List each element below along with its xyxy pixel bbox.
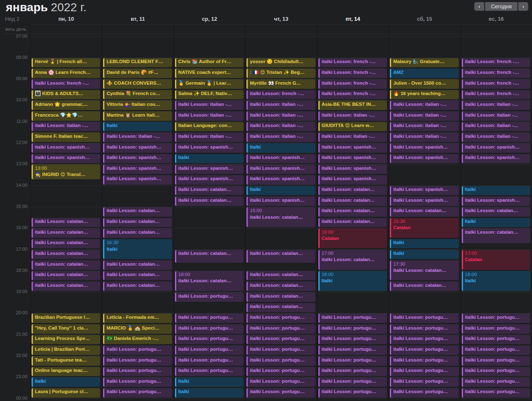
calendar-event[interactable]: italki Lesson: portugu… [318, 388, 387, 398]
calendar-event[interactable]: italki Lesson: spanish… [390, 154, 458, 164]
calendar-event[interactable]: italki Lesson: catalan… [318, 218, 387, 227]
calendar-event[interactable]: Vittoria 💁‍♀️ Italian cou… [103, 100, 172, 110]
calendar-event[interactable]: italki Lesson: portugu… [103, 345, 172, 355]
calendar-event[interactable]: italki Lesson: catalan… [318, 186, 387, 196]
calendar-event[interactable]: italki Lesson: spanish… [390, 143, 458, 153]
calendar-event[interactable]: David de Paris 🥐 #F… [103, 68, 172, 78]
calendar-event[interactable]: italki Lesson: portugu… [390, 367, 458, 377]
calendar-event[interactable]: 🔥 16 years teaching… [390, 90, 458, 100]
calendar-event[interactable]: italki Lesson: catalan… [175, 250, 244, 263]
calendar-event[interactable]: italki Lesson: spanish… [246, 196, 315, 206]
calendar-event[interactable]: italki Lesson: portugu… [390, 345, 458, 355]
calendar-event[interactable]: italki Lesson: portugu… [318, 356, 387, 366]
calendar-event[interactable]: Hervé 🎖️ | French all… [32, 58, 100, 68]
calendar-event[interactable]: LEBLOND CLEMENT F… [103, 58, 172, 68]
calendar-event[interactable]: italki Lesson: french -… [318, 79, 387, 89]
calendar-event[interactable]: italki Lesson: italian -… [462, 132, 530, 142]
calendar-event[interactable]: italki Lesson: spanish… [318, 164, 387, 174]
calendar-event[interactable]: italki Lesson: french -… [318, 90, 387, 100]
calendar-event[interactable]: italki Lesson: italian -… [462, 111, 530, 121]
calendar-event[interactable]: Italki [462, 218, 530, 227]
calendar-event[interactable]: Italki [390, 239, 458, 249]
calendar-event[interactable]: italki Lesson: portugu… [390, 377, 458, 387]
calendar-event[interactable]: italki Lesson: portugu… [175, 367, 244, 377]
calendar-event[interactable]: italki Lesson: portugu… [246, 335, 315, 345]
calendar-event[interactable]: italki Lesson: french -… [318, 58, 387, 68]
calendar-event[interactable]: italki Lesson: catalan… [246, 271, 315, 281]
calendar-event[interactable]: Italki [390, 250, 458, 259]
calendar-event[interactable]: italki Lesson: italian -… [246, 132, 315, 142]
calendar-event[interactable]: italki Lesson: portugu… [246, 388, 315, 398]
calendar-event[interactable]: italki Lesson: portugu… [318, 367, 387, 377]
calendar-event[interactable]: italki Lesson: portugu… [462, 377, 530, 387]
calendar-event[interactable]: italki Lesson: portugu… [462, 367, 530, 377]
calendar-event[interactable]: ⚜️ COACH CONVERS… [103, 79, 172, 89]
calendar-event[interactable]: italki Lesson: catalan… [175, 186, 244, 196]
calendar-event[interactable]: italki Lesson: catalan… [246, 250, 315, 263]
calendar-event[interactable]: italki Lesson: portugu… [246, 324, 315, 334]
day-header[interactable]: вс, 16 [488, 16, 504, 22]
calendar-event[interactable]: italki Lesson: italian -… [246, 100, 315, 110]
day-header[interactable]: ср, 12 [202, 16, 217, 22]
calendar-event[interactable]: Simone F. Italian teac… [32, 132, 100, 142]
calendar-event[interactable]: italki Lesson: spanish… [32, 143, 100, 153]
calendar-event[interactable]: italki Lesson: french -… [462, 79, 530, 89]
calendar-event[interactable]: NATIVE coach expert… [175, 68, 244, 78]
calendar-event[interactable]: italki Lesson: spanish… [246, 175, 315, 185]
calendar-event[interactable]: italki Lesson: portugu… [246, 356, 315, 366]
calendar-event[interactable]: italki Lesson: spanish… [318, 143, 387, 153]
calendar-event[interactable]: Italki [462, 186, 530, 196]
calendar-event[interactable]: italki Lesson: catalan… [462, 228, 530, 243]
calendar-event[interactable]: yosser 🙂 Child/adult… [246, 58, 315, 68]
calendar-event[interactable]: italki Lesson: catalan… [32, 281, 100, 291]
calendar-event[interactable]: italki Lesson: catalan… [390, 207, 458, 217]
calendar-event[interactable]: 🇧🇷 Daniela Emerich -… [103, 335, 172, 345]
calendar-event[interactable]: Italki [175, 377, 244, 387]
calendar-event[interactable]: italki Lesson: catalan… [462, 207, 530, 217]
calendar-event[interactable]: italki Lesson: catalan… [103, 207, 172, 217]
calendar-event[interactable]: italki Lesson: catalan… [318, 196, 387, 206]
calendar-event[interactable]: italki Lesson: spanish… [175, 164, 244, 174]
prev-week-button[interactable]: ‹ [474, 2, 484, 11]
calendar-event[interactable]: Italki [246, 186, 315, 196]
calendar-event[interactable]: MARCIO 🥇 🏫 Speci… [103, 324, 172, 334]
calendar-event[interactable]: italki Lesson: portugu… [103, 377, 172, 387]
calendar-event[interactable]: italki Lesson: french -… [246, 90, 315, 100]
calendar-event[interactable]: GIUDITTA 😊 Learn w… [318, 122, 387, 132]
calendar-event[interactable]: italki Lesson: italian -… [390, 132, 458, 142]
calendar-event[interactable]: italki Lesson: italian -… [175, 132, 244, 142]
calendar-event[interactable]: italki Lesson: portugu… [318, 345, 387, 355]
calendar-event[interactable]: : 🇫🇷 😊 Tristan ✨ Beg… [246, 68, 315, 78]
calendar-event[interactable]: italki Lesson: portugu… [318, 335, 387, 345]
calendar-event[interactable]: italki Lesson: catalan… [32, 250, 100, 259]
calendar-event[interactable]: italki Lesson: portugu… [462, 388, 530, 398]
calendar-event[interactable]: AMZ [390, 68, 458, 78]
day-header[interactable]: чт, 13 [274, 16, 288, 22]
calendar-event[interactable]: 13:00🧙 INGRID 😊 Transl… [32, 164, 100, 179]
calendar-event[interactable]: Online language teac… [32, 367, 100, 377]
calendar-event[interactable]: Italki [175, 154, 244, 164]
calendar-event[interactable]: Chris 📚 Author of Fr… [175, 58, 244, 68]
calendar-event[interactable]: italki Lesson: french -… [462, 68, 530, 78]
calendar-event[interactable]: italki Lesson: french -… [318, 68, 387, 78]
calendar-event[interactable]: Italki [246, 143, 315, 153]
calendar-event[interactable]: 17:00Catalan [462, 250, 530, 270]
calendar-event[interactable]: italki Lesson: portugu… [462, 335, 530, 345]
calendar-event[interactable]: 15:00italki Lesson: catalan… [246, 207, 315, 227]
calendar-event[interactable]: italki Lesson: spanish… [390, 196, 458, 206]
calendar-event[interactable]: italki Lesson: portugu… [390, 356, 458, 366]
calendar-event[interactable]: 15:30Catalan [390, 218, 458, 238]
calendar-event[interactable]: italki Lesson: portugu… [318, 313, 387, 323]
day-header[interactable]: вт, 11 [131, 16, 145, 22]
calendar-event[interactable]: Julien - Over 1500 co… [390, 79, 458, 89]
calendar-event[interactable]: 16:30Italki [103, 239, 172, 259]
calendar-event[interactable]: italki Lesson: portugu… [246, 345, 315, 355]
calendar-event[interactable]: italki Lesson: catalan… [390, 281, 458, 291]
calendar-event[interactable]: Laura | Portuguese cl… [32, 388, 100, 398]
calendar-event[interactable]: Letícia | Brazilian Port… [32, 345, 100, 355]
calendar-event[interactable]: Martina 🦉 Learn itali… [103, 111, 172, 121]
calendar-event[interactable]: italki Lesson: spanish… [246, 164, 315, 174]
calendar-event[interactable]: italki Lesson: portugu… [246, 377, 315, 387]
calendar-event[interactable]: italki Lesson: portugu… [175, 356, 244, 366]
calendar-event[interactable]: italki Lesson: spanish… [462, 143, 530, 153]
